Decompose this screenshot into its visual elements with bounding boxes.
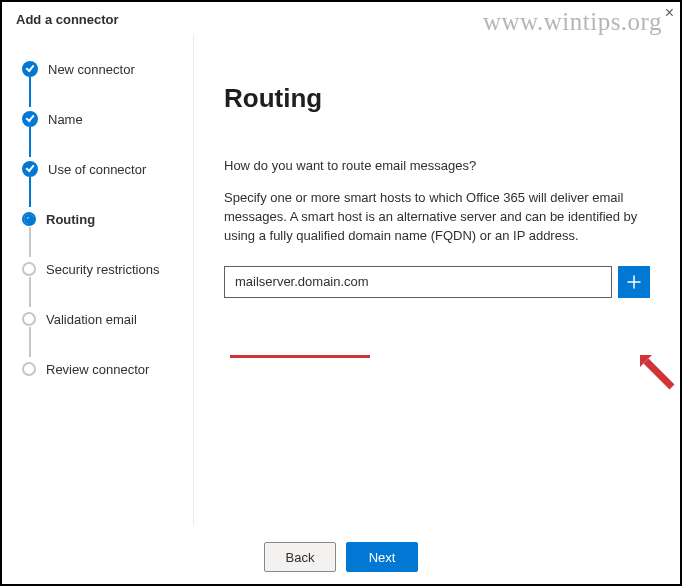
step-name[interactable]: Name [22,109,177,129]
wizard-steps-sidebar: New connector Name Use of connector Rout… [2,35,194,525]
routing-description: Specify one or more smart hosts to which… [224,189,650,246]
smart-host-input-row [224,266,650,298]
plus-icon [627,275,641,289]
add-smart-host-button[interactable] [618,266,650,298]
check-icon [22,111,38,127]
dialog-title: Add a connector [16,12,119,27]
close-icon[interactable]: × [665,4,674,22]
check-icon [22,161,38,177]
step-label: Use of connector [48,162,146,177]
dialog-body: New connector Name Use of connector Rout… [2,35,680,525]
step-connector-line [29,277,31,307]
step-validation-email[interactable]: Validation email [22,309,177,329]
step-use-of-connector[interactable]: Use of connector [22,159,177,179]
step-connector-line [29,127,31,157]
current-step-icon [22,212,36,226]
step-review-connector[interactable]: Review connector [22,359,177,379]
step-connector-line [29,77,31,107]
pending-step-icon [22,262,36,276]
step-connector-line [29,327,31,357]
dialog-footer: Back Next [2,542,680,572]
step-label: Name [48,112,83,127]
step-label: New connector [48,62,135,77]
step-connector-line [29,227,31,257]
step-label: Routing [46,212,95,227]
pending-step-icon [22,362,36,376]
annotation-underline [230,355,370,358]
routing-question: How do you want to route email messages? [224,158,650,173]
step-connector-line [29,177,31,207]
back-button[interactable]: Back [264,542,336,572]
next-button[interactable]: Next [346,542,418,572]
check-icon [22,61,38,77]
main-content: Routing How do you want to route email m… [194,35,680,525]
step-label: Security restrictions [46,262,159,277]
pending-step-icon [22,312,36,326]
dialog-header: Add a connector [2,2,680,35]
annotation-arrow-icon [632,347,676,391]
step-new-connector[interactable]: New connector [22,59,177,79]
step-label: Review connector [46,362,149,377]
step-label: Validation email [46,312,137,327]
page-title: Routing [224,83,650,114]
step-security-restrictions[interactable]: Security restrictions [22,259,177,279]
smart-host-input[interactable] [224,266,612,298]
step-routing[interactable]: Routing [22,209,177,229]
